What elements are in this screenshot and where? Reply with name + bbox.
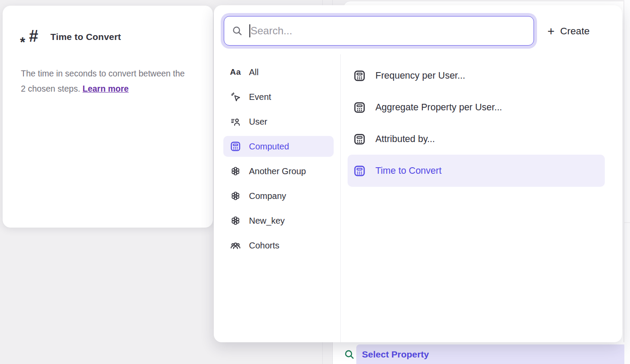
computed-number-property-icon: # *	[21, 26, 38, 47]
text-format-icon: Aa	[229, 66, 242, 78]
group-flower-icon	[229, 190, 242, 202]
search-icon	[344, 349, 355, 360]
result-frequency-per-user[interactable]: Frequency per User...	[348, 65, 605, 86]
select-property-label: Select Property	[362, 349, 429, 360]
category-another-group[interactable]: Another Group	[223, 161, 334, 182]
calculator-icon	[353, 101, 366, 114]
search-input[interactable]	[251, 25, 527, 37]
text-cursor	[249, 24, 250, 37]
group-flower-icon	[229, 165, 242, 177]
category-computed[interactable]: Computed	[223, 136, 334, 157]
category-list: Aa All Event User	[223, 62, 334, 256]
learn-more-link[interactable]: Learn more	[83, 84, 129, 93]
category-new-key[interactable]: New_key	[223, 210, 334, 231]
group-flower-icon	[229, 215, 242, 226]
result-time-to-convert[interactable]: Time to Convert	[348, 155, 605, 187]
category-event[interactable]: Event	[223, 86, 334, 107]
property-picker-dropdown: + Create Aa All Event	[214, 5, 622, 342]
background-right-strip	[624, 0, 630, 364]
category-all[interactable]: Aa All	[223, 62, 334, 83]
category-company[interactable]: Company	[223, 185, 334, 206]
create-button-label: Create	[560, 26, 590, 37]
search-focus-ring	[221, 13, 537, 49]
tooltip-title: Time to Convert	[50, 32, 121, 42]
result-aggregate-property-per-user[interactable]: Aggregate Property per User...	[348, 97, 605, 118]
calculator-icon	[353, 133, 366, 146]
calculator-icon	[353, 69, 366, 82]
search-icon	[232, 25, 243, 36]
calculator-icon	[353, 165, 366, 177]
category-cohorts[interactable]: Cohorts	[223, 235, 334, 256]
plus-icon: +	[547, 25, 554, 37]
cohort-people-icon	[229, 240, 242, 251]
background-strip-divider	[624, 222, 630, 223]
select-property-field[interactable]: Select Property	[356, 344, 624, 364]
calculator-icon	[229, 141, 242, 152]
create-button[interactable]: + Create	[547, 22, 590, 41]
property-tooltip-card: # * Time to Convert The time in seconds …	[3, 6, 213, 228]
picker-column-divider	[340, 54, 341, 342]
tooltip-description: The time in seconds to convert between t…	[21, 66, 191, 96]
results-list: Frequency per User... Aggregate Property…	[348, 65, 605, 198]
result-attributed-by[interactable]: Attributed by...	[348, 129, 605, 149]
search-field[interactable]	[224, 16, 534, 46]
category-user[interactable]: User	[223, 111, 334, 132]
user-list-icon	[229, 116, 242, 127]
cursor-click-icon	[229, 91, 242, 103]
